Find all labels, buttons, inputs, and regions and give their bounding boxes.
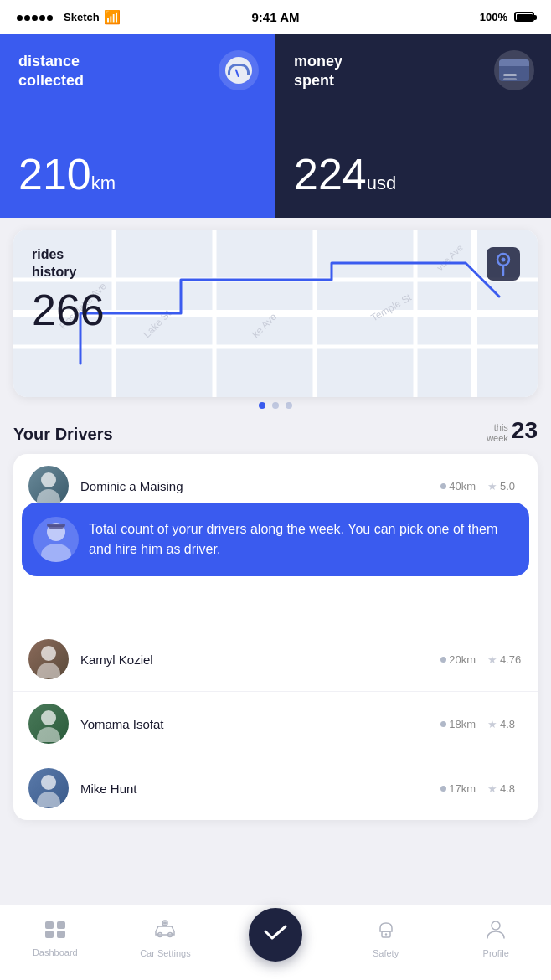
nav-fab-button[interactable] bbox=[249, 908, 302, 962]
pagination-dots bbox=[0, 402, 551, 409]
svg-rect-23 bbox=[57, 921, 65, 929]
star-icon-1: ★ bbox=[487, 480, 497, 493]
safety-label: Safety bbox=[373, 948, 399, 958]
distance-pin-1 bbox=[440, 483, 446, 489]
driver-avatar-2 bbox=[28, 639, 69, 679]
speedometer-icon-wrapper bbox=[219, 50, 259, 90]
nav-car-settings[interactable]: Car Settings bbox=[111, 920, 221, 958]
driver-name-3: Yomama Isofat bbox=[80, 717, 440, 731]
status-left: Sketch 📶 bbox=[17, 9, 121, 25]
status-time: 9:41 AM bbox=[252, 10, 300, 24]
drivers-card: Dominic a Maising 40km ★ 5.0 T bbox=[13, 454, 538, 820]
driver-avatar-3 bbox=[28, 704, 69, 744]
drivers-count: 23 bbox=[512, 417, 538, 444]
rides-history-card[interactable]: Roselake Ave Lake St ke Ave Temple St vu… bbox=[13, 230, 538, 397]
dot-3[interactable] bbox=[286, 402, 292, 409]
map-content: Roselake Ave Lake St ke Ave Temple St vu… bbox=[13, 230, 538, 397]
credit-card-icon-wrapper bbox=[494, 50, 534, 90]
drivers-this-week: thisweek bbox=[487, 422, 508, 444]
battery-icon bbox=[514, 12, 534, 22]
nav-profile[interactable]: Profile bbox=[440, 920, 551, 958]
credit-card-icon bbox=[499, 59, 529, 81]
rides-history-value: 266 bbox=[32, 285, 105, 335]
dot-1[interactable] bbox=[259, 402, 265, 409]
driver-avatar-1 bbox=[28, 466, 69, 506]
star-icon-4: ★ bbox=[487, 782, 497, 795]
status-right: 100% bbox=[480, 11, 534, 23]
distance-pin-4 bbox=[440, 786, 446, 792]
distance-card[interactable]: distancecollected 210km bbox=[0, 34, 276, 218]
rides-info-overlay: rideshistory 266 bbox=[13, 230, 123, 352]
svg-rect-22 bbox=[45, 921, 54, 929]
money-value: 224usd bbox=[294, 149, 533, 199]
dot-2[interactable] bbox=[272, 402, 279, 409]
svg-point-33 bbox=[384, 933, 386, 935]
tooltip-bubble: Total count of yorur drivers along the w… bbox=[22, 503, 529, 576]
app-name: Sketch bbox=[64, 11, 100, 23]
driver-distance-4: 17km bbox=[440, 782, 476, 795]
driver-row[interactable]: Mike Hunt 17km ★ 4.8 bbox=[13, 756, 538, 820]
driver-rating-3: ★ 4.8 bbox=[487, 718, 523, 730]
svg-point-19 bbox=[41, 544, 71, 562]
drivers-header: Your Drivers thisweek 23 bbox=[13, 417, 538, 444]
driver-name-2: Kamyl Koziel bbox=[80, 652, 440, 667]
svg-point-34 bbox=[492, 921, 500, 930]
checkmark-icon bbox=[264, 923, 287, 946]
star-icon-2: ★ bbox=[487, 653, 497, 666]
drivers-title: Your Drivers bbox=[13, 425, 113, 444]
profile-label: Profile bbox=[483, 948, 509, 958]
driver-row[interactable]: Kamyl Koziel 20km ★ 4.76 bbox=[13, 627, 538, 692]
driver-distance-3: 18km bbox=[440, 718, 476, 730]
wifi-icon: 📶 bbox=[104, 9, 121, 25]
tooltip-avatar bbox=[33, 517, 79, 562]
distance-value: 210km bbox=[18, 149, 257, 199]
driver-rating-1: ★ 5.0 bbox=[487, 480, 523, 493]
dashboard-label: Dashboard bbox=[33, 947, 78, 957]
drivers-count-block: thisweek 23 bbox=[487, 417, 538, 444]
drivers-section: Your Drivers thisweek 23 Dominic a Maisi… bbox=[0, 417, 551, 820]
nav-center bbox=[220, 908, 331, 970]
tooltip-text: Total count of yorur drivers along the w… bbox=[89, 522, 497, 556]
svg-rect-24 bbox=[45, 931, 54, 938]
driver-row[interactable]: Yomama Isofat 18km ★ 4.8 bbox=[13, 692, 538, 756]
svg-rect-21 bbox=[47, 524, 65, 527]
distance-pin-2 bbox=[440, 657, 446, 663]
driver-avatar-4 bbox=[28, 768, 69, 808]
bottom-nav: Dashboard Car Settings bbox=[0, 905, 551, 980]
nav-safety[interactable]: Safety bbox=[331, 920, 441, 958]
rides-history-label: rideshistory bbox=[32, 246, 105, 281]
driver-distance-2: 20km bbox=[440, 653, 476, 666]
money-card[interactable]: moneyspent 224usd bbox=[276, 34, 551, 218]
svg-point-16 bbox=[502, 258, 506, 262]
driver-rating-2: ★ 4.76 bbox=[487, 653, 523, 666]
top-cards: distancecollected 210km moneyspent 224us… bbox=[0, 34, 551, 218]
profile-icon bbox=[487, 920, 505, 945]
map-pin-icon bbox=[482, 243, 524, 285]
nav-dashboard[interactable]: Dashboard bbox=[0, 921, 111, 957]
distance-pin-3 bbox=[440, 721, 446, 727]
driver-rating-4: ★ 4.8 bbox=[487, 782, 523, 795]
status-bar: Sketch 📶 9:41 AM 100% bbox=[0, 0, 551, 34]
speedometer-icon bbox=[225, 57, 252, 84]
star-icon-3: ★ bbox=[487, 718, 497, 730]
driver-name-4: Mike Hunt bbox=[80, 781, 440, 796]
driver-distance-1: 40km bbox=[440, 480, 476, 493]
safety-icon bbox=[376, 920, 396, 945]
car-settings-icon bbox=[153, 920, 177, 945]
signal-dots bbox=[17, 11, 54, 23]
svg-rect-25 bbox=[57, 931, 65, 938]
car-settings-label: Car Settings bbox=[140, 948, 191, 958]
dashboard-icon bbox=[44, 921, 66, 944]
driver-name-1: Dominic a Maising bbox=[80, 479, 440, 493]
battery-percent: 100% bbox=[480, 11, 507, 23]
